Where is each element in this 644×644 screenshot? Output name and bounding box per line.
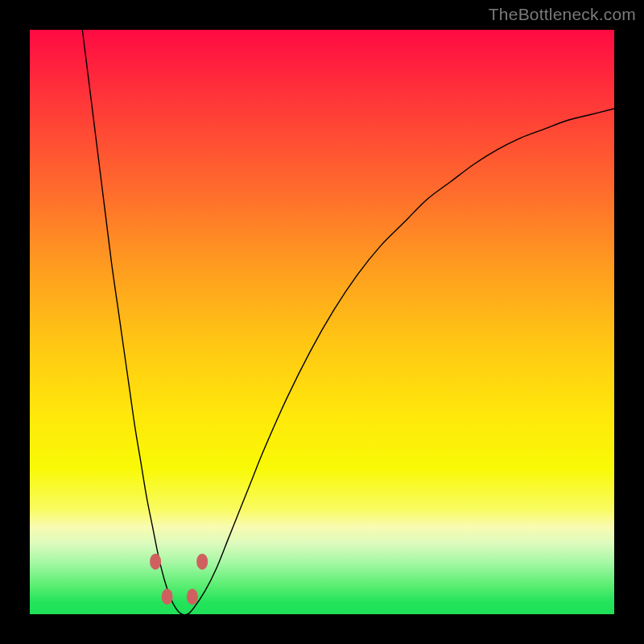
bottleneck-curve-svg bbox=[30, 30, 614, 614]
curve-marker bbox=[162, 588, 173, 605]
plot-area bbox=[30, 30, 614, 614]
chart-frame: TheBottleneck.com bbox=[0, 0, 644, 644]
curve-marker bbox=[150, 554, 161, 570]
curve-markers bbox=[150, 554, 208, 605]
curve-marker bbox=[196, 554, 208, 570]
watermark-text: TheBottleneck.com bbox=[489, 5, 636, 24]
curve-line bbox=[82, 30, 614, 615]
curve-marker bbox=[187, 588, 198, 605]
